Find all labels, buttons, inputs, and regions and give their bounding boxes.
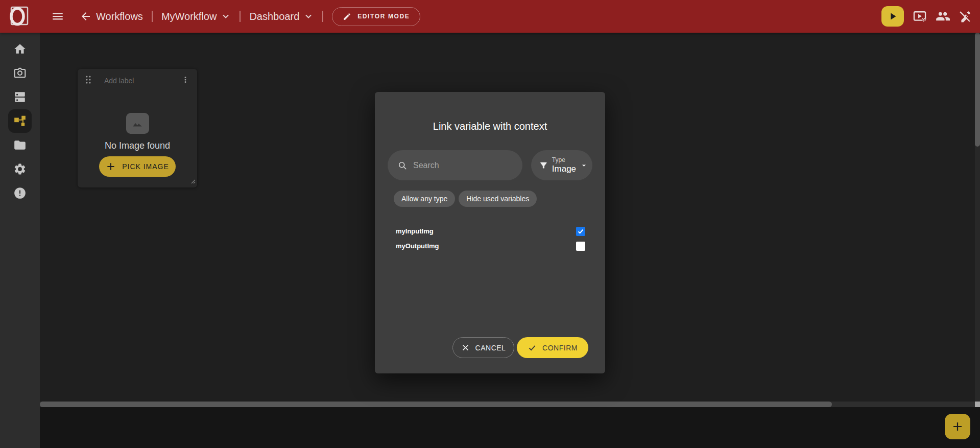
back-nav[interactable]: Workflows <box>80 10 143 22</box>
edit-off-button[interactable] <box>959 10 972 23</box>
dns-list-icon <box>13 90 27 104</box>
vertical-scrollbar-thumb[interactable] <box>975 33 980 147</box>
plus-icon <box>106 161 116 172</box>
pick-image-button[interactable]: PICK IMAGE <box>99 156 176 177</box>
chevron-down-icon <box>580 161 588 170</box>
video-settings-icon <box>913 9 927 23</box>
bottom-panel <box>40 407 980 448</box>
play-icon <box>887 11 898 22</box>
home-icon <box>13 42 27 56</box>
camera-icon <box>13 66 27 80</box>
nav-divider <box>240 11 241 22</box>
pick-image-label: PICK IMAGE <box>122 162 169 171</box>
search-field <box>388 150 522 180</box>
users-button[interactable] <box>936 9 950 23</box>
sidebar-item-workflow[interactable] <box>0 109 40 133</box>
widget-card-header: Add label <box>78 69 197 86</box>
vertical-scrollbar <box>975 33 980 402</box>
modal-filter-row: Type Image <box>388 150 592 180</box>
menu-icon[interactable] <box>51 10 64 23</box>
variable-row[interactable]: myInputImg <box>396 224 585 239</box>
check-icon <box>577 228 584 235</box>
horizontal-scrollbar <box>40 402 980 407</box>
nav-divider <box>152 11 153 22</box>
editor-mode-button[interactable]: EDITOR MODE <box>332 7 420 26</box>
modal-actions: CANCEL CONFIRM <box>452 337 588 358</box>
workflows-link[interactable]: Workflows <box>96 11 143 22</box>
confirm-label: CONFIRM <box>542 344 578 352</box>
variable-list: myInputImg myOutputImg <box>396 224 585 253</box>
no-image-text: No Image found <box>105 140 170 151</box>
sidebar-item-home[interactable] <box>0 37 40 61</box>
widget-empty-state: No Image found PICK IMAGE <box>78 113 197 177</box>
variable-row[interactable]: myOutputImg <box>396 239 585 253</box>
modal-title: Link variable with context <box>375 121 605 132</box>
workflow-name-dropdown[interactable]: MyWorkflow <box>161 11 231 22</box>
pencil-icon <box>343 12 351 21</box>
users-icon <box>936 9 950 23</box>
app-window: Workflows MyWorkflow Dashboard <box>0 0 980 448</box>
folder-icon <box>13 138 27 152</box>
chip-hide-used-variables[interactable]: Hide used variables <box>459 191 537 207</box>
sidebar-item-errors[interactable] <box>0 181 40 205</box>
run-button[interactable] <box>881 6 904 27</box>
search-icon <box>397 160 408 171</box>
search-input[interactable] <box>413 161 510 170</box>
image-placeholder-icon <box>126 113 149 134</box>
app-logo-icon <box>6 5 29 28</box>
check-icon <box>528 343 537 352</box>
sidebar-item-settings[interactable] <box>0 157 40 181</box>
type-filter-label: Type <box>552 156 576 163</box>
variable-name: myOutputImg <box>396 242 439 250</box>
variable-name: myInputImg <box>396 227 434 235</box>
link-variable-modal: Link variable with context Type Image <box>375 92 605 373</box>
confirm-button[interactable]: CONFIRM <box>517 337 588 358</box>
chevron-down-icon <box>221 11 231 21</box>
resize-handle[interactable] <box>189 177 196 186</box>
breadcrumb: Workflows MyWorkflow Dashboard <box>80 7 420 26</box>
workflow-name-label: MyWorkflow <box>161 11 217 22</box>
top-bar: Workflows MyWorkflow Dashboard <box>0 0 980 33</box>
chip-allow-any-type[interactable]: Allow any type <box>394 191 455 207</box>
left-sidebar <box>0 33 40 448</box>
sidebar-item-files[interactable] <box>0 133 40 157</box>
sidebar-item-camera[interactable] <box>0 61 40 85</box>
type-filter-dropdown[interactable]: Type Image <box>531 150 592 180</box>
variable-checkbox[interactable] <box>576 242 585 251</box>
nav-divider <box>322 11 323 22</box>
scrollbar-corner <box>975 402 980 407</box>
sidebar-item-list[interactable] <box>0 85 40 109</box>
image-widget-card: Add label No Image found PICK IMAGE <box>78 69 197 187</box>
cancel-label: CANCEL <box>475 344 506 352</box>
add-widget-fab-button[interactable] <box>945 414 970 439</box>
type-filter-value: Image <box>552 164 576 174</box>
dashboard-dropdown[interactable]: Dashboard <box>249 11 314 22</box>
kebab-menu-icon[interactable] <box>181 75 190 86</box>
horizontal-scrollbar-thumb[interactable] <box>40 402 832 407</box>
error-icon <box>13 186 27 200</box>
editor-mode-label: EDITOR MODE <box>357 13 410 20</box>
workflow-schema-icon <box>13 114 27 128</box>
edit-off-icon <box>959 10 972 23</box>
drag-handle-icon[interactable] <box>84 75 93 86</box>
cancel-button[interactable]: CANCEL <box>452 337 514 358</box>
dashboard-label: Dashboard <box>249 11 299 22</box>
settings-gear-icon <box>13 162 27 176</box>
plus-icon <box>951 420 964 433</box>
widget-label-field[interactable]: Add label <box>104 77 181 85</box>
close-icon <box>461 343 470 352</box>
topbar-actions <box>881 6 980 27</box>
video-settings-button[interactable] <box>913 9 927 23</box>
filter-chips: Allow any type Hide used variables <box>394 191 537 207</box>
variable-checkbox[interactable] <box>576 227 585 236</box>
filter-icon <box>539 160 548 171</box>
chevron-down-icon <box>303 11 314 21</box>
back-arrow-icon <box>80 10 92 22</box>
